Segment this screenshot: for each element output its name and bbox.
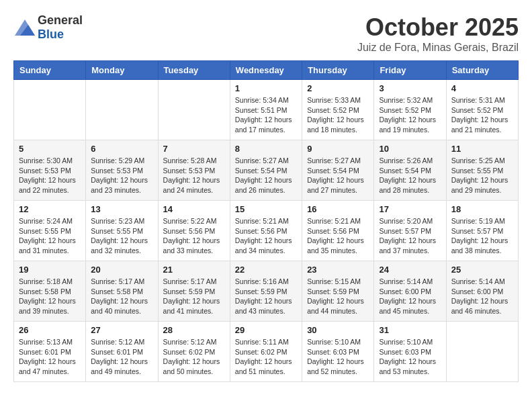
logo-text-blue: Blue [38, 28, 64, 41]
calendar-week-row: 12Sunrise: 5:24 AMSunset: 5:55 PMDayligh… [14, 201, 519, 261]
calendar-cell: 20Sunrise: 5:17 AMSunset: 5:58 PMDayligh… [86, 261, 158, 322]
month-title: October 2025 [357, 13, 519, 42]
calendar-week-row: 5Sunrise: 5:30 AMSunset: 5:53 PMDaylight… [14, 140, 519, 201]
day-of-week-header: Sunday [14, 61, 86, 80]
day-number: 21 [163, 265, 225, 275]
logo: General Blue [13, 13, 83, 42]
location-title: Juiz de Fora, Minas Gerais, Brazil [357, 42, 519, 54]
day-number: 22 [235, 265, 297, 275]
day-info: Sunrise: 5:34 AMSunset: 5:51 PMDaylight:… [235, 95, 297, 135]
day-number: 4 [451, 83, 513, 93]
calendar-cell: 31Sunrise: 5:10 AMSunset: 6:03 PMDayligh… [374, 322, 446, 382]
calendar-cell: 5Sunrise: 5:30 AMSunset: 5:53 PMDaylight… [14, 140, 86, 201]
day-number: 2 [307, 83, 369, 93]
calendar-table: SundayMondayTuesdayWednesdayThursdayFrid… [13, 60, 519, 382]
day-info: Sunrise: 5:10 AMSunset: 6:03 PMDaylight:… [307, 337, 369, 377]
day-info: Sunrise: 5:30 AMSunset: 5:53 PMDaylight:… [19, 156, 81, 195]
day-info: Sunrise: 5:28 AMSunset: 5:53 PMDaylight:… [163, 156, 225, 195]
day-of-week-header: Monday [86, 61, 158, 80]
day-number: 26 [19, 325, 81, 335]
day-info: Sunrise: 5:23 AMSunset: 5:55 PMDaylight:… [91, 216, 152, 256]
day-number: 3 [379, 83, 441, 93]
calendar-cell [14, 80, 86, 140]
day-number: 23 [307, 265, 369, 275]
calendar-header-row: SundayMondayTuesdayWednesdayThursdayFrid… [14, 61, 519, 80]
day-info: Sunrise: 5:16 AMSunset: 5:59 PMDaylight:… [235, 277, 297, 316]
day-number: 8 [235, 144, 297, 154]
calendar-cell: 29Sunrise: 5:11 AMSunset: 6:02 PMDayligh… [230, 322, 302, 382]
calendar-cell: 18Sunrise: 5:19 AMSunset: 5:57 PMDayligh… [446, 201, 518, 261]
day-number: 17 [379, 204, 441, 214]
day-number: 20 [91, 265, 152, 275]
page-header: General Blue October 2025 Juiz de Fora, … [13, 13, 519, 54]
calendar-cell: 22Sunrise: 5:16 AMSunset: 5:59 PMDayligh… [230, 261, 302, 322]
title-section: October 2025 Juiz de Fora, Minas Gerais,… [357, 13, 519, 54]
day-info: Sunrise: 5:21 AMSunset: 5:56 PMDaylight:… [307, 216, 369, 256]
calendar-cell: 13Sunrise: 5:23 AMSunset: 5:55 PMDayligh… [86, 201, 158, 261]
day-info: Sunrise: 5:15 AMSunset: 5:59 PMDaylight:… [307, 277, 369, 316]
day-number: 7 [163, 144, 225, 154]
day-number: 10 [379, 144, 441, 154]
day-info: Sunrise: 5:17 AMSunset: 5:59 PMDaylight:… [163, 277, 225, 316]
day-number: 30 [307, 325, 369, 335]
calendar-cell: 10Sunrise: 5:26 AMSunset: 5:54 PMDayligh… [374, 140, 446, 201]
calendar-body: 1Sunrise: 5:34 AMSunset: 5:51 PMDaylight… [14, 80, 519, 382]
day-info: Sunrise: 5:19 AMSunset: 5:57 PMDaylight:… [451, 216, 513, 256]
day-number: 18 [451, 204, 513, 214]
day-info: Sunrise: 5:32 AMSunset: 5:52 PMDaylight:… [379, 95, 441, 135]
calendar-cell [446, 322, 518, 382]
day-number: 11 [451, 144, 513, 154]
day-number: 15 [235, 204, 297, 214]
day-info: Sunrise: 5:33 AMSunset: 5:52 PMDaylight:… [307, 95, 369, 135]
day-of-week-header: Wednesday [230, 61, 302, 80]
day-number: 12 [19, 204, 81, 214]
day-of-week-header: Friday [374, 61, 446, 80]
day-info: Sunrise: 5:14 AMSunset: 6:00 PMDaylight:… [379, 277, 441, 316]
day-number: 29 [235, 325, 297, 335]
calendar-cell: 14Sunrise: 5:22 AMSunset: 5:56 PMDayligh… [158, 201, 230, 261]
calendar-cell: 30Sunrise: 5:10 AMSunset: 6:03 PMDayligh… [302, 322, 374, 382]
day-number: 14 [163, 204, 225, 214]
calendar-cell: 15Sunrise: 5:21 AMSunset: 5:56 PMDayligh… [230, 201, 302, 261]
calendar-cell: 9Sunrise: 5:27 AMSunset: 5:54 PMDaylight… [302, 140, 374, 201]
day-info: Sunrise: 5:20 AMSunset: 5:57 PMDaylight:… [379, 216, 441, 256]
calendar-cell: 16Sunrise: 5:21 AMSunset: 5:56 PMDayligh… [302, 201, 374, 261]
calendar-cell: 21Sunrise: 5:17 AMSunset: 5:59 PMDayligh… [158, 261, 230, 322]
calendar-cell: 11Sunrise: 5:25 AMSunset: 5:55 PMDayligh… [446, 140, 518, 201]
calendar-cell: 12Sunrise: 5:24 AMSunset: 5:55 PMDayligh… [14, 201, 86, 261]
calendar-week-row: 1Sunrise: 5:34 AMSunset: 5:51 PMDaylight… [14, 80, 519, 140]
day-info: Sunrise: 5:12 AMSunset: 6:02 PMDaylight:… [163, 337, 225, 377]
day-info: Sunrise: 5:25 AMSunset: 5:55 PMDaylight:… [451, 156, 513, 195]
calendar-cell: 25Sunrise: 5:14 AMSunset: 6:00 PMDayligh… [446, 261, 518, 322]
day-number: 25 [451, 265, 513, 275]
calendar-cell: 2Sunrise: 5:33 AMSunset: 5:52 PMDaylight… [302, 80, 374, 140]
day-info: Sunrise: 5:26 AMSunset: 5:54 PMDaylight:… [379, 156, 441, 195]
day-info: Sunrise: 5:10 AMSunset: 6:03 PMDaylight:… [379, 337, 441, 377]
calendar-cell: 8Sunrise: 5:27 AMSunset: 5:54 PMDaylight… [230, 140, 302, 201]
day-number: 13 [91, 204, 152, 214]
day-info: Sunrise: 5:27 AMSunset: 5:54 PMDaylight:… [307, 156, 369, 195]
day-info: Sunrise: 5:13 AMSunset: 6:01 PMDaylight:… [19, 337, 81, 377]
day-info: Sunrise: 5:12 AMSunset: 6:01 PMDaylight:… [91, 337, 152, 377]
day-info: Sunrise: 5:17 AMSunset: 5:58 PMDaylight:… [91, 277, 152, 316]
calendar-cell: 17Sunrise: 5:20 AMSunset: 5:57 PMDayligh… [374, 201, 446, 261]
calendar-cell: 3Sunrise: 5:32 AMSunset: 5:52 PMDaylight… [374, 80, 446, 140]
calendar-cell: 19Sunrise: 5:18 AMSunset: 5:58 PMDayligh… [14, 261, 86, 322]
day-number: 27 [91, 325, 152, 335]
day-info: Sunrise: 5:18 AMSunset: 5:58 PMDaylight:… [19, 277, 81, 316]
day-of-week-header: Saturday [446, 61, 518, 80]
day-of-week-header: Tuesday [158, 61, 230, 80]
day-info: Sunrise: 5:24 AMSunset: 5:55 PMDaylight:… [19, 216, 81, 256]
calendar-cell: 1Sunrise: 5:34 AMSunset: 5:51 PMDaylight… [230, 80, 302, 140]
day-number: 16 [307, 204, 369, 214]
day-info: Sunrise: 5:21 AMSunset: 5:56 PMDaylight:… [235, 216, 297, 256]
calendar-week-row: 26Sunrise: 5:13 AMSunset: 6:01 PMDayligh… [14, 322, 519, 382]
day-info: Sunrise: 5:14 AMSunset: 6:00 PMDaylight:… [451, 277, 513, 316]
calendar-cell: 27Sunrise: 5:12 AMSunset: 6:01 PMDayligh… [86, 322, 158, 382]
calendar-cell: 23Sunrise: 5:15 AMSunset: 5:59 PMDayligh… [302, 261, 374, 322]
calendar-cell: 26Sunrise: 5:13 AMSunset: 6:01 PMDayligh… [14, 322, 86, 382]
day-number: 5 [19, 144, 81, 154]
calendar-cell: 7Sunrise: 5:28 AMSunset: 5:53 PMDaylight… [158, 140, 230, 201]
day-info: Sunrise: 5:22 AMSunset: 5:56 PMDaylight:… [163, 216, 225, 256]
calendar-week-row: 19Sunrise: 5:18 AMSunset: 5:58 PMDayligh… [14, 261, 519, 322]
